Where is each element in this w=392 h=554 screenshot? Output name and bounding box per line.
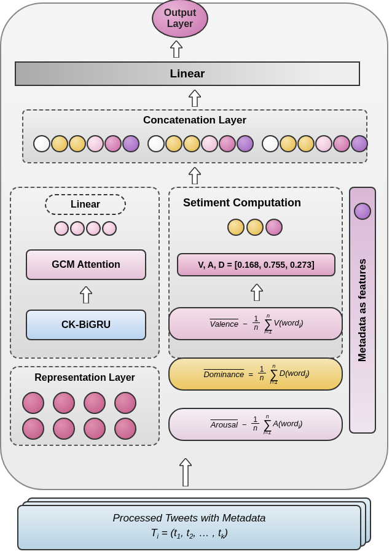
- arrow-up-icon: [80, 286, 92, 303]
- metadata-dot-icon: [354, 203, 371, 220]
- dot-icon: [262, 135, 279, 152]
- fn: A(wordi): [273, 419, 302, 430]
- dot-icon: [333, 135, 350, 152]
- rep-dots-row1: [22, 392, 136, 414]
- architecture-container: Output Layer Linear Concatenation Layer: [0, 2, 388, 490]
- dot-icon: [280, 135, 297, 152]
- concat-dots-right: [262, 135, 368, 152]
- arrow-up-icon: [251, 284, 263, 301]
- dot-icon: [84, 392, 106, 414]
- fn: V(wordi): [274, 318, 304, 329]
- linear-main-label: Linear: [170, 67, 205, 80]
- dot-icon: [86, 221, 101, 236]
- sentiment-title: Setiment Computation: [183, 197, 301, 209]
- sigma-icon: n∑i=1: [263, 413, 272, 435]
- arrow-up-icon: [170, 41, 182, 58]
- output-layer-node: Output Layer: [152, 0, 208, 38]
- dot-icon: [22, 418, 44, 440]
- output-label: Output Layer: [164, 7, 196, 29]
- input-card-front: Processed Tweets with Metadata Ti = (t1,…: [17, 505, 361, 550]
- dot-icon: [165, 135, 182, 152]
- dot-icon: [315, 135, 332, 152]
- dot-icon: [219, 135, 236, 152]
- valence-formula: Valence − 1n n∑i=1 V(wordi): [168, 307, 343, 340]
- sigma-icon: n∑i=1: [270, 363, 278, 385]
- dot-icon: [54, 221, 69, 236]
- fraction-icon: 1n: [253, 315, 261, 332]
- rep-dots-row2: [22, 418, 136, 440]
- gcm-attention-box: GCM Attention: [26, 249, 146, 280]
- dot-icon: [53, 418, 75, 440]
- fraction-icon: 1n: [251, 416, 259, 432]
- dot-icon: [237, 135, 254, 152]
- dot-icon: [53, 392, 75, 414]
- vad-values-box: V, A, D = [0.168, 0.755, 0.273]: [177, 253, 335, 276]
- concat-title: Concatenation Layer: [143, 114, 246, 126]
- metadata-features-bar: Metadata as features: [349, 187, 376, 434]
- valence-name: Valence: [208, 319, 240, 329]
- dot-icon: [265, 219, 283, 236]
- linear-small-box: Linear: [45, 194, 126, 215]
- op: −: [243, 319, 248, 329]
- op: =: [248, 370, 253, 379]
- dot-icon: [114, 418, 136, 440]
- input-stack: Processed Tweets with Metadata Ti = (t1,…: [17, 497, 376, 547]
- linear-small-label: Linear: [71, 199, 100, 210]
- dot-icon: [122, 135, 139, 152]
- dot-icon: [69, 135, 86, 152]
- dominance-name: Dominance: [202, 370, 246, 379]
- dot-icon: [227, 219, 245, 236]
- dot-icon: [297, 135, 315, 152]
- arrow-up-icon: [189, 167, 201, 184]
- dot-icon: [183, 135, 200, 152]
- concat-dots-left: [33, 135, 139, 152]
- linear-dots: [54, 221, 117, 236]
- dot-icon: [84, 418, 106, 440]
- dot-icon: [22, 392, 44, 414]
- concatenation-layer: Concatenation Layer: [22, 109, 367, 163]
- metadata-label: Metadata as features: [356, 259, 369, 362]
- arousal-formula: Arousal − 1n n∑i=1 A(wordi): [168, 408, 343, 441]
- dot-icon: [351, 135, 368, 152]
- sigma-icon: n∑i=1: [264, 313, 272, 335]
- sentiment-dots: [227, 219, 283, 236]
- arousal-name: Arousal: [209, 420, 240, 429]
- dot-icon: [201, 135, 218, 152]
- dot-icon: [114, 392, 136, 414]
- concat-dots-mid: [147, 135, 254, 152]
- dot-icon: [70, 221, 85, 236]
- fraction-icon: 1n: [258, 365, 266, 382]
- fn: D(wordi): [280, 369, 310, 380]
- ckbigru-label: CK-BiGRU: [61, 319, 111, 330]
- gcm-label: GCM Attention: [52, 259, 120, 270]
- input-line1: Processed Tweets with Metadata: [18, 512, 360, 525]
- arrow-up-icon: [189, 90, 201, 107]
- dot-icon: [246, 219, 264, 236]
- dot-icon: [33, 135, 50, 152]
- linear-main-layer: Linear: [15, 61, 360, 86]
- dominance-formula: Dominance = 1n n∑i=1 D(wordi): [168, 357, 343, 391]
- dot-icon: [51, 135, 68, 152]
- ck-bigru-box: CK-BiGRU: [26, 310, 146, 340]
- dot-icon: [147, 135, 165, 152]
- vad-label: V, A, D = [0.168, 0.755, 0.273]: [198, 260, 314, 270]
- input-line2: Ti = (t1, t2, … , tk): [18, 527, 360, 540]
- rep-title: Representation Layer: [11, 372, 159, 383]
- left-encoder-block: Linear GCM Attention CK-BiGRU: [10, 187, 160, 359]
- representation-layer: Representation Layer: [10, 366, 160, 446]
- dot-icon: [102, 221, 117, 236]
- op: −: [242, 420, 247, 429]
- arrow-up-icon: [179, 458, 192, 486]
- dot-icon: [87, 135, 104, 152]
- dot-icon: [104, 135, 122, 152]
